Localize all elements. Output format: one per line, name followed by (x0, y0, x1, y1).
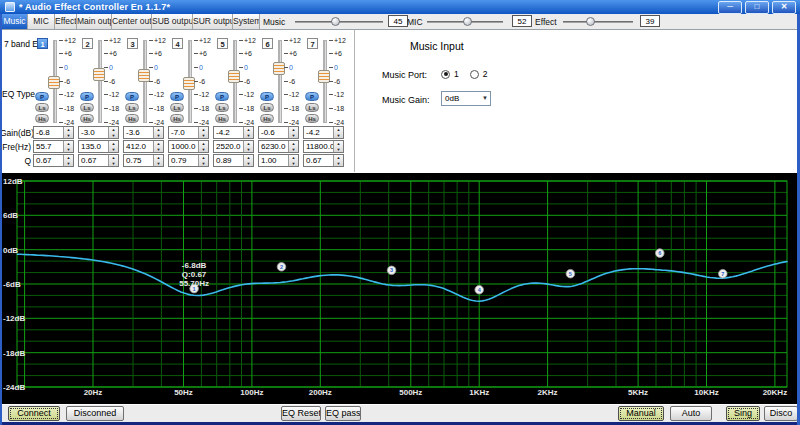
spinner-arrows[interactable]: ▲▼ (153, 127, 163, 138)
eq-band-3-type-ls-button[interactable]: Ls (125, 103, 139, 112)
spin-down-icon[interactable]: ▼ (244, 133, 253, 139)
tab-main-output[interactable]: Main output (77, 14, 112, 29)
spin-down-icon[interactable]: ▼ (64, 161, 73, 167)
disconned-button[interactable]: Disconned (66, 406, 124, 421)
manual-button[interactable]: Manual (618, 406, 664, 421)
spin-down-icon[interactable]: ▼ (199, 147, 208, 153)
spinner-arrows[interactable]: ▲▼ (63, 127, 73, 138)
eq-band-2-q-input[interactable]: 0.67▲▼ (78, 154, 119, 167)
spin-down-icon[interactable]: ▼ (244, 147, 253, 153)
spinner-arrows[interactable]: ▲▼ (243, 141, 253, 152)
spin-down-icon[interactable]: ▼ (289, 133, 298, 139)
eq-band-3-type-p-button[interactable]: P (125, 92, 139, 101)
eq-band-1-q-input[interactable]: 0.67▲▼ (33, 154, 74, 167)
eq-band-2-selector[interactable]: 2 (82, 38, 93, 49)
spin-down-icon[interactable]: ▼ (334, 147, 343, 153)
spin-down-icon[interactable]: ▼ (334, 133, 343, 139)
eq-band-4-type-ls-button[interactable]: Ls (170, 103, 184, 112)
eq-band-4-gain-input[interactable]: -7.0▲▼ (168, 126, 209, 139)
eq-band-7-type-ls-button[interactable]: Ls (305, 103, 319, 112)
eq-band-6-q-input[interactable]: 1.00▲▼ (258, 154, 299, 167)
spin-down-icon[interactable]: ▼ (334, 161, 343, 167)
spin-down-icon[interactable]: ▼ (109, 161, 118, 167)
mic-slider-value[interactable]: 52 (512, 15, 532, 27)
eq-band-7-type-hs-button[interactable]: Hs (305, 114, 319, 123)
spinner-arrows[interactable]: ▲▼ (63, 141, 73, 152)
spin-down-icon[interactable]: ▼ (289, 161, 298, 167)
eq-band-6-type-p-button[interactable]: P (260, 92, 274, 101)
eq-band-7-gain-input[interactable]: -4.2▲▼ (303, 126, 344, 139)
eq-band-3-type-hs-button[interactable]: Hs (125, 114, 139, 123)
spin-down-icon[interactable]: ▼ (154, 161, 163, 167)
eq-band-1-type-ls-button[interactable]: Ls (35, 103, 49, 112)
maximize-icon[interactable]: □ (745, 1, 769, 14)
eq-band-5-type-p-button[interactable]: P (215, 92, 229, 101)
spin-down-icon[interactable]: ▼ (199, 133, 208, 139)
effect-slider-track[interactable] (563, 21, 633, 23)
auto-button[interactable]: Auto (670, 406, 712, 421)
spinner-arrows[interactable]: ▲▼ (153, 141, 163, 152)
spinner-arrows[interactable]: ▲▼ (153, 155, 163, 166)
spin-down-icon[interactable]: ▼ (64, 147, 73, 153)
sing-button[interactable]: Sing (726, 406, 760, 421)
disco-button[interactable]: Disco (764, 406, 798, 421)
music-gain-select[interactable]: 0dB ▼ (441, 91, 491, 106)
spinner-arrows[interactable]: ▲▼ (63, 155, 73, 166)
eq-band-2-gain-input[interactable]: -3.0▲▼ (78, 126, 119, 139)
eq-band-3-freq-input[interactable]: 412.0▲▼ (123, 140, 164, 153)
eq-band-5-selector[interactable]: 5 (217, 38, 228, 49)
connect-button[interactable]: Connect (8, 406, 60, 421)
eq-band-1-gain-input[interactable]: -6.8▲▼ (33, 126, 74, 139)
spinner-arrows[interactable]: ▲▼ (198, 155, 208, 166)
eq-band-4-type-p-button[interactable]: P (170, 92, 184, 101)
tab-music[interactable]: Music (2, 14, 28, 29)
eq-band-2-type-p-button[interactable]: P (80, 92, 94, 101)
eq-band-4-freq-input[interactable]: 1000.0▲▼ (168, 140, 209, 153)
spinner-arrows[interactable]: ▲▼ (108, 127, 118, 138)
eq-band-5-q-input[interactable]: 0.89▲▼ (213, 154, 254, 167)
spin-down-icon[interactable]: ▼ (199, 161, 208, 167)
eq-band-7-freq-input[interactable]: 11800.0▲▼ (303, 140, 344, 153)
spin-down-icon[interactable]: ▼ (64, 133, 73, 139)
eq-band-3-gain-input[interactable]: -3.6▲▼ (123, 126, 164, 139)
eq-band-7-selector[interactable]: 7 (307, 38, 318, 49)
eq-band-5-freq-input[interactable]: 2520.0▲▼ (213, 140, 254, 153)
eq-band-4-q-input[interactable]: 0.79▲▼ (168, 154, 209, 167)
eq-band-5-type-hs-button[interactable]: Hs (215, 114, 229, 123)
music-port-2-radio[interactable] (470, 70, 479, 79)
eq-pass-button[interactable]: EQ pass (325, 406, 361, 421)
eq-band-1-type-p-button[interactable]: P (35, 92, 49, 101)
eq-band-6-gain-input[interactable]: -0.6▲▼ (258, 126, 299, 139)
eq-band-7-type-p-button[interactable]: P (305, 92, 319, 101)
spin-down-icon[interactable]: ▼ (109, 147, 118, 153)
eq-band-1-freq-input[interactable]: 55.7▲▼ (33, 140, 74, 153)
eq-band-6-type-ls-button[interactable]: Ls (260, 103, 274, 112)
spinner-arrows[interactable]: ▲▼ (333, 127, 343, 138)
spin-down-icon[interactable]: ▼ (154, 133, 163, 139)
eq-reset-button[interactable]: EQ Reset (281, 406, 321, 421)
eq-band-1-type-hs-button[interactable]: Hs (35, 114, 49, 123)
spinner-arrows[interactable]: ▲▼ (198, 141, 208, 152)
eq-band-3-selector[interactable]: 3 (127, 38, 138, 49)
mic-slider-thumb[interactable] (463, 17, 472, 26)
tab-sub-output[interactable]: SUB output (152, 14, 193, 29)
eq-band-6-selector[interactable]: 6 (262, 38, 273, 49)
eq-band-2-type-ls-button[interactable]: Ls (80, 103, 94, 112)
tab-center-output[interactable]: Center output (112, 14, 152, 29)
tab-sur-output[interactable]: SUR output (193, 14, 233, 29)
eq-band-4-selector[interactable]: 4 (172, 38, 183, 49)
effect-slider-value[interactable]: 39 (640, 15, 660, 27)
close-icon[interactable]: ✕ (772, 1, 796, 14)
spinner-arrows[interactable]: ▲▼ (288, 141, 298, 152)
eq-band-2-freq-input[interactable]: 135.0▲▼ (78, 140, 119, 153)
eq-band-5-gain-input[interactable]: -4.2▲▼ (213, 126, 254, 139)
eq-band-6-type-hs-button[interactable]: Hs (260, 114, 274, 123)
tab-effect[interactable]: Effect (55, 14, 77, 29)
music-slider-thumb[interactable] (331, 17, 340, 26)
minimize-icon[interactable]: ─ (718, 1, 742, 14)
spinner-arrows[interactable]: ▲▼ (243, 127, 253, 138)
eq-band-5-type-ls-button[interactable]: Ls (215, 103, 229, 112)
tab-mic[interactable]: MIC (28, 14, 55, 29)
eq-band-4-type-hs-button[interactable]: Hs (170, 114, 184, 123)
spin-down-icon[interactable]: ▼ (154, 147, 163, 153)
